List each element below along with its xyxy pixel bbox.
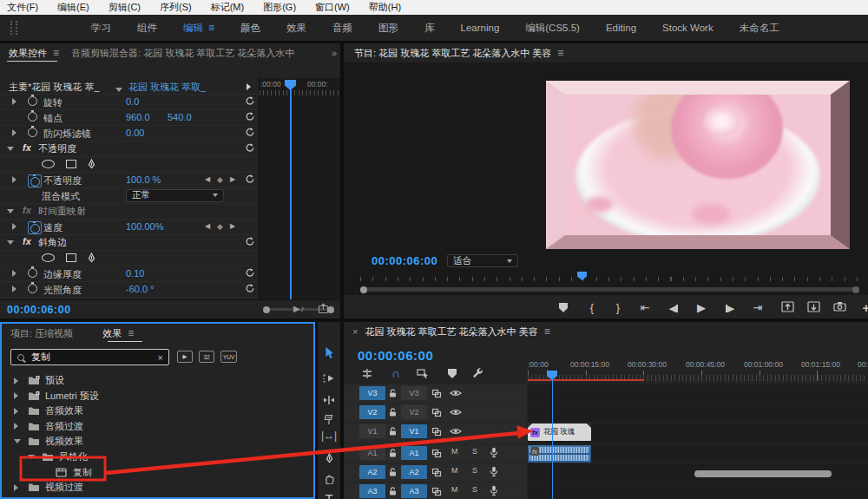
rect-mask-icon[interactable] <box>66 160 76 168</box>
prev-keyframe-icon[interactable]: ◀ <box>205 222 210 230</box>
workspace-tab-Learning[interactable]: Learning <box>461 23 500 33</box>
stopwatch-icon[interactable] <box>28 96 37 108</box>
next-keyframe-icon[interactable]: ▶ <box>230 175 235 183</box>
effect-name[interactable]: 时间重映射 <box>38 205 86 218</box>
source-patch-A3[interactable]: A3 <box>359 484 385 498</box>
track-select-forward-tool[interactable] <box>318 370 340 387</box>
mute-track-button[interactable]: M <box>451 466 458 475</box>
master-clip-label[interactable]: 主要*花园 玫瑰花 萃_ <box>9 81 100 94</box>
property-value[interactable]: 960.0 <box>126 112 150 122</box>
timeline-timecode[interactable]: 00:00:06:00 <box>358 348 433 363</box>
button-editor-button[interactable]: + <box>858 301 868 315</box>
workspace-tab-编辑[interactable]: 编辑≡ <box>183 22 214 35</box>
track-target-V1[interactable]: V1 <box>401 424 427 438</box>
property-value[interactable]: 100.00% <box>126 221 163 232</box>
ellipse-mask-icon[interactable] <box>42 253 55 262</box>
pen-tool[interactable] <box>318 450 340 467</box>
twirl-icon[interactable] <box>12 129 16 136</box>
twirl-icon[interactable] <box>12 223 16 230</box>
slip-tool[interactable]: |↔| <box>318 427 340 444</box>
source-patch-V1[interactable]: V1 <box>359 424 385 438</box>
workspace-tab-学习[interactable]: 学习 <box>91 22 111 35</box>
panel-menu-icon[interactable]: ≡ <box>128 327 134 339</box>
mini-zoom-handle-left[interactable] <box>263 306 270 313</box>
extract-button[interactable] <box>807 301 823 315</box>
twirl-icon[interactable] <box>14 378 18 384</box>
panel-menu-icon[interactable]: ≡ <box>557 47 563 59</box>
stopwatch-icon[interactable] <box>28 221 42 235</box>
tab-project[interactable]: 项目: 压缩视频 <box>10 327 73 340</box>
next-keyframe-icon[interactable]: ▶ <box>230 222 235 230</box>
workspace-menu-icon[interactable]: ≡ <box>208 22 214 34</box>
twirl-icon[interactable] <box>7 209 14 213</box>
tab-sequence[interactable]: 花园 玫瑰花 萃取工艺 花朵落入水中 美容 <box>365 325 537 338</box>
toggle-track-output-icon[interactable] <box>450 427 462 436</box>
timeline-playhead-line[interactable] <box>552 371 554 499</box>
timeline-nest-button[interactable] <box>361 368 375 382</box>
menu-序列[interactable]: 序列(S) <box>160 1 192 14</box>
selection-tool[interactable] <box>318 344 340 361</box>
sync-lock-icon[interactable] <box>431 468 442 477</box>
timeline-add-marker-button[interactable] <box>445 368 459 382</box>
track-target-V2[interactable]: V2 <box>401 405 427 419</box>
ellipse-mask-icon[interactable] <box>42 160 55 168</box>
tab-effects[interactable]: 效果 <box>102 327 122 340</box>
ripple-edit-tool[interactable] <box>318 391 340 409</box>
voice-over-record-icon[interactable] <box>490 466 498 477</box>
step-back-button[interactable]: ◀ <box>666 301 681 315</box>
audio-clip[interactable]: fx <box>528 445 591 463</box>
timeline-settings-button[interactable] <box>472 368 486 382</box>
solo-track-button[interactable]: S <box>472 447 477 456</box>
voice-over-record-icon[interactable] <box>490 485 498 496</box>
bit-depth-badge[interactable]: 32 <box>199 351 214 363</box>
solo-track-button[interactable]: S <box>472 485 477 494</box>
reset-icon[interactable] <box>245 283 255 293</box>
mark-in-button[interactable]: { <box>584 301 600 315</box>
tree-item-风格化[interactable]: 风格化 <box>2 450 313 464</box>
workspace-tab-音频[interactable]: 音频 <box>332 22 352 35</box>
blend-mode-select[interactable]: 正常 <box>126 189 224 202</box>
go-to-in-button[interactable]: ⇤ <box>637 301 653 315</box>
tree-item-复制[interactable]: 复制 <box>2 465 313 480</box>
reset-icon[interactable] <box>245 174 255 184</box>
reset-icon[interactable] <box>245 127 255 137</box>
track-lock-icon[interactable] <box>388 426 398 437</box>
track-content-V3[interactable] <box>528 384 868 403</box>
workspace-tab-编辑(CS5.5)[interactable]: 编辑(CS5.5) <box>525 22 580 35</box>
tree-item-Lumetri 预设[interactable]: Lumetri 预设 <box>2 389 313 404</box>
workspace-tab-Editing[interactable]: Editing <box>606 23 636 33</box>
tree-item-视频过渡[interactable]: 视频过渡 <box>2 480 313 495</box>
pen-mask-icon[interactable] <box>87 253 96 263</box>
stopwatch-icon[interactable] <box>28 174 42 188</box>
program-timecode[interactable]: 00:00:06:00 <box>372 254 437 267</box>
property-value[interactable]: 100.0 % <box>126 174 161 185</box>
sync-lock-icon[interactable] <box>431 427 442 437</box>
workspace-tab-颜色[interactable]: 颜色 <box>240 22 260 35</box>
sync-lock-icon[interactable] <box>431 487 442 496</box>
selected-clip-label[interactable]: 花园 玫瑰花 萃取_ <box>128 81 206 94</box>
program-ruler[interactable] <box>360 272 859 281</box>
ecp-play-icon[interactable] <box>247 82 251 92</box>
hand-tool[interactable] <box>318 469 340 487</box>
track-target-A1[interactable]: A1 <box>401 446 427 460</box>
track-lock-icon[interactable] <box>388 448 398 458</box>
tab-program-monitor[interactable]: 节目: 花园 玫瑰花 萃取工艺 花朵落入水中 美容 <box>354 47 551 60</box>
search-input[interactable] <box>30 351 146 364</box>
play-audio-icon[interactable]: ▶♪ <box>293 304 305 313</box>
twirl-icon[interactable] <box>14 408 18 415</box>
sync-lock-icon[interactable] <box>431 408 442 417</box>
type-tool[interactable]: T <box>318 489 340 499</box>
property-value[interactable]: -60.0 ° <box>126 284 155 294</box>
effects-search-box[interactable]: × <box>10 349 169 365</box>
property-value[interactable]: 0.00 <box>126 128 144 138</box>
prev-keyframe-icon[interactable]: ◀ <box>205 175 210 183</box>
menu-剪辑[interactable]: 剪辑(C) <box>108 1 141 14</box>
track-content-V2[interactable] <box>528 404 868 422</box>
twirl-icon[interactable] <box>7 147 14 151</box>
zoom-level-select[interactable]: 适合 <box>447 254 518 267</box>
reset-icon[interactable] <box>245 142 255 153</box>
property-value[interactable]: 0.10 <box>126 268 144 279</box>
add-keyframe-icon[interactable]: ◆ <box>217 222 223 231</box>
timeline-scrollbar-thumb[interactable] <box>694 470 832 477</box>
tab-overflow-icon[interactable]: » <box>332 48 337 58</box>
